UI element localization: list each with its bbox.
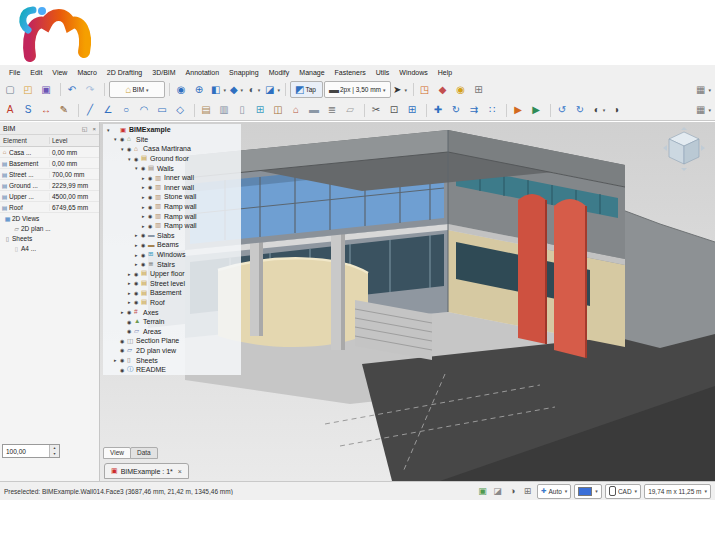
tree-item[interactable]: ▸ ◉ ≣ Stairs [105, 259, 239, 269]
menu-item[interactable]: Windows [394, 67, 432, 78]
tree-item[interactable]: ▾ ◉ ⌂ Site [105, 135, 239, 145]
visibility-eye-icon[interactable]: ◉ [120, 357, 127, 363]
visibility-eye-icon[interactable]: ◉ [141, 232, 148, 238]
visibility-eye-icon[interactable]: ◉ [141, 242, 148, 248]
arc-tool-icon[interactable]: ◠ [137, 102, 154, 119]
tree-item[interactable]: ▸ ◉ ▤ Upper floor [105, 269, 239, 279]
tree-item[interactable]: ▸ ◉ ▤ Roof [105, 298, 239, 308]
panel-tree-item[interactable]: ▱ 2D plan ... [0, 223, 99, 233]
tree-item[interactable]: ▸ ◉ ▬ Beams [105, 240, 239, 250]
close-tab-icon[interactable]: × [178, 468, 182, 475]
visibility-eye-icon[interactable]: ◉ [134, 299, 141, 305]
zoom-icon[interactable]: ⊕ [192, 81, 209, 98]
circle-tool-icon[interactable]: ○ [119, 102, 136, 119]
tree-item[interactable]: ▾ ◉ ▤ Walls [105, 163, 239, 173]
tab-view[interactable]: View [103, 447, 131, 459]
panel-tool-icon[interactable]: ▱ [343, 102, 360, 119]
save-icon[interactable]: ▣ [39, 81, 56, 98]
visibility-eye-icon[interactable]: ◉ [148, 213, 155, 219]
undo-icon[interactable]: ↶ [65, 81, 82, 98]
menu-item[interactable]: View [47, 67, 72, 78]
visibility-eye-icon[interactable]: ◉ [141, 165, 148, 171]
panel-tree-item[interactable]: ▯ Sheets [0, 233, 99, 243]
menu-item[interactable]: Manage [294, 67, 329, 78]
menu-item[interactable]: Annotation [181, 67, 224, 78]
visibility-eye-icon[interactable]: ◉ [148, 204, 155, 210]
views-panel-icon[interactable]: ▦ ▾ [695, 81, 712, 98]
dock-float-button[interactable]: ◱ [82, 126, 88, 132]
tab-data[interactable]: Data [130, 447, 158, 459]
upgrade-icon[interactable]: ▶ [511, 102, 528, 119]
menu-item[interactable]: 2D Drafting [102, 67, 147, 78]
visibility-eye-icon[interactable]: ◉ [134, 271, 141, 277]
annotation-text-icon[interactable]: A [3, 102, 20, 119]
nudge-auto-combo[interactable]: ✚ Auto ▾ [537, 484, 571, 499]
tree-item[interactable]: ▸ ◉ ▯ Sheets [105, 355, 239, 365]
window-tool-icon[interactable]: ⊞ [253, 102, 270, 119]
line-tool-icon[interactable]: ╱ [83, 102, 100, 119]
visibility-eye-icon[interactable]: ◉ [148, 223, 155, 229]
view-size-combo[interactable]: 19,74 m x 11,25 m ▾ [644, 484, 711, 499]
axonometric-view-icon[interactable]: ◆ ▾ [228, 81, 245, 98]
menu-item[interactable]: Fasteners [330, 67, 371, 78]
polyline-tool-icon[interactable]: ∠ [101, 102, 118, 119]
visibility-eye-icon[interactable]: ◉ [148, 184, 155, 190]
default-width-spinbox[interactable]: 100,00 ▴ ▾ [2, 444, 60, 458]
tree-item[interactable]: ▸ ◉ ▥ Ramp wall [105, 211, 239, 221]
level-row[interactable]: ▤ Ground ... 2229,99 mm [0, 180, 99, 191]
draw-style-icon[interactable]: ◐ ▾ [246, 81, 263, 98]
shaded-view-icon[interactable]: ◐ ▾ [591, 102, 608, 119]
move-icon[interactable]: ✚ [431, 102, 448, 119]
polygon-tool-icon[interactable]: ◇ [173, 102, 190, 119]
wireframe-view-icon[interactable]: ◑ [609, 102, 626, 119]
tree-item[interactable]: ▸ ◉ ▬ Slabs [105, 231, 239, 241]
grid-icon[interactable]: ⊞ [472, 81, 489, 98]
visibility-icon[interactable]: ◪ ▾ [264, 81, 281, 98]
working-plane-icon[interactable]: ◳ [418, 81, 435, 98]
document-tab[interactable]: ▣ BIMExample : 1* × [104, 463, 189, 479]
level-row[interactable]: ▤ Upper ... 4500,00 mm [0, 191, 99, 202]
column-tool-icon[interactable]: ▯ [235, 102, 252, 119]
tree-item[interactable]: ◉ ⓘ README [105, 365, 239, 375]
grid-snap-icon[interactable]: ▦ ▾ [695, 102, 712, 119]
cut-icon[interactable]: ✂ [369, 102, 386, 119]
visibility-eye-icon[interactable]: ◉ [127, 309, 134, 315]
tree-item[interactable]: ▸ ◉ ▥ Ramp wall [105, 221, 239, 231]
tree-item[interactable]: ▸ ◉ ▤ Street level [105, 279, 239, 289]
shape-string-icon[interactable]: S [21, 102, 38, 119]
visibility-eye-icon[interactable]: ◉ [134, 290, 141, 296]
tap-toggle[interactable]: ◩ Tap [290, 81, 323, 98]
tree-item[interactable]: ◉ ◫ Section Plane [105, 336, 239, 346]
tree-item[interactable]: ◉ ▲ Terrain [105, 317, 239, 327]
tree-item[interactable]: ◉ ▱ Areas [105, 326, 239, 336]
visibility-eye-icon[interactable]: ◉ [134, 280, 141, 286]
panel-tree-item[interactable]: ▯ A4 ... [0, 243, 99, 253]
visibility-eye-icon[interactable]: ◉ [120, 136, 127, 142]
lighting-icon[interactable]: ◪ [491, 485, 504, 498]
expander-icon[interactable]: ▾ [107, 127, 113, 133]
redo-icon[interactable]: ↷ [83, 81, 100, 98]
level-row[interactable]: ⌂ Casa ... 0,00 mm [0, 147, 99, 158]
tree-item[interactable]: ▾ ▣ BIMExample [105, 125, 239, 135]
annotation-style-icon[interactable]: ✎ [57, 102, 74, 119]
tree-item[interactable]: ▸ ◉ ▥ Ramp wall [105, 202, 239, 212]
workbench-selector[interactable]: ⌂ BIM ▾ [109, 81, 165, 98]
theme-icon[interactable]: ◑ [506, 485, 519, 498]
copy-icon[interactable]: ⊡ [387, 102, 404, 119]
snap-master-icon[interactable]: ◆ [436, 81, 453, 98]
visibility-eye-icon[interactable]: ◉ [148, 175, 155, 181]
visibility-eye-icon[interactable]: ◉ [120, 367, 127, 373]
roof-tool-icon[interactable]: ⌂ [289, 102, 306, 119]
menu-item[interactable]: Modify [264, 67, 295, 78]
structure-tool-icon[interactable]: ▥ [217, 102, 234, 119]
menu-item[interactable]: Utils [371, 67, 395, 78]
offset-icon[interactable]: ⇉ [467, 102, 484, 119]
wall-tool-icon[interactable]: ▤ [199, 102, 216, 119]
downgrade-icon[interactable]: ▶ [529, 102, 546, 119]
level-row[interactable]: ▤ Street ... 700,00 mm [0, 169, 99, 180]
orbit-left-icon[interactable]: ↺ [555, 102, 572, 119]
menu-item[interactable]: File [4, 67, 25, 78]
visibility-eye-icon[interactable]: ◉ [127, 319, 134, 325]
visibility-eye-icon[interactable]: ◉ [120, 347, 127, 353]
menu-item[interactable]: Snapping [224, 67, 264, 78]
